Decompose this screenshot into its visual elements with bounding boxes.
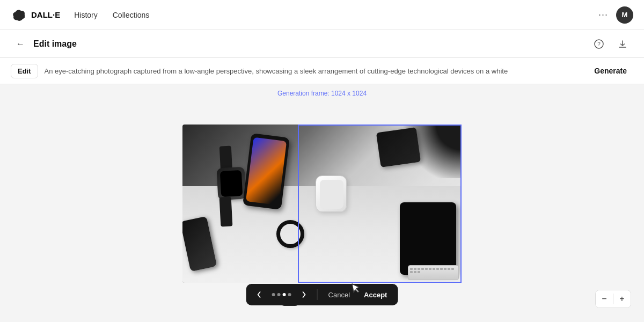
nav-collections[interactable]: Collections bbox=[107, 8, 155, 23]
prev-frame-button[interactable] bbox=[252, 287, 267, 302]
image-container[interactable]: Cancel Accept bbox=[182, 125, 462, 283]
cancel-button[interactable]: Cancel bbox=[323, 288, 355, 302]
frame-dot-3-active bbox=[283, 293, 286, 296]
page-title: Edit image bbox=[33, 39, 77, 49]
edit-badge[interactable]: Edit bbox=[11, 64, 38, 78]
prompt-bar: Edit An eye-catching photograph captured… bbox=[0, 58, 644, 84]
accept-button[interactable]: Accept bbox=[358, 288, 392, 302]
generation-frame-label: Generation frame: 1024 x 1024 bbox=[277, 90, 367, 97]
floating-toolbar: Cancel Accept bbox=[246, 284, 398, 305]
download-button[interactable] bbox=[614, 35, 631, 53]
frame-dot-4 bbox=[288, 293, 291, 296]
toolbar-divider bbox=[317, 289, 318, 300]
nav-history[interactable]: History bbox=[69, 8, 103, 23]
main-canvas: Generation frame: 1024 x 1024 bbox=[0, 84, 644, 318]
openai-logo bbox=[11, 7, 27, 23]
next-arrow-icon bbox=[301, 291, 308, 298]
page-header-left: ← Edit image bbox=[13, 36, 77, 52]
nav-more-button[interactable]: ··· bbox=[595, 6, 612, 24]
page-header: ← Edit image ? bbox=[0, 30, 644, 58]
frame-dot-1 bbox=[272, 293, 275, 296]
generate-button[interactable]: Generate bbox=[588, 63, 633, 78]
frame-dot-2 bbox=[277, 293, 281, 296]
help-button[interactable]: ? bbox=[590, 35, 608, 53]
page-header-right: ? bbox=[590, 35, 631, 53]
top-nav: DALL·E History Collections ··· M bbox=[0, 0, 644, 30]
prompt-text: An eye-catching photograph captured from… bbox=[45, 67, 588, 75]
prev-arrow-icon bbox=[255, 291, 263, 298]
back-button[interactable]: ← bbox=[13, 36, 28, 52]
zoom-out-button[interactable]: − bbox=[596, 290, 613, 308]
zoom-in-button[interactable]: + bbox=[613, 290, 631, 308]
help-icon: ? bbox=[594, 39, 604, 49]
svg-text:?: ? bbox=[597, 41, 601, 47]
download-icon bbox=[618, 39, 627, 49]
next-frame-button[interactable] bbox=[297, 287, 312, 302]
avatar[interactable]: M bbox=[616, 6, 633, 24]
zoom-controls: − + bbox=[595, 290, 631, 308]
app-name: DALL·E bbox=[31, 10, 60, 19]
logo-area: DALL·E bbox=[11, 7, 60, 23]
frame-dots bbox=[270, 293, 294, 296]
image-background bbox=[182, 125, 462, 283]
